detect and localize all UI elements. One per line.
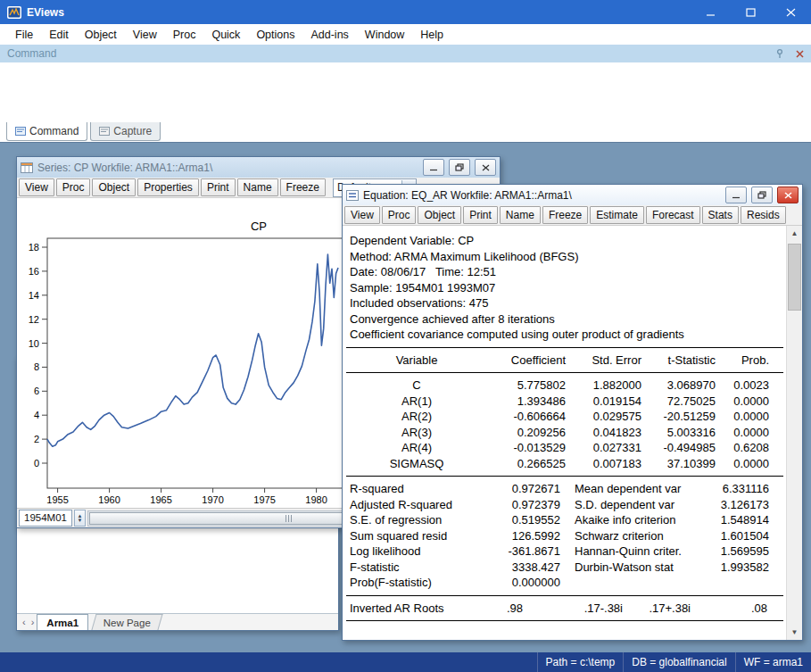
toolbar-button[interactable]: Freeze [280,178,326,196]
table-cell: AR(1) [350,394,484,410]
table-cell: Durbin-Watson stat [560,560,710,576]
toolbar-button[interactable]: Proc [56,178,91,196]
equation-title-bar[interactable]: Equation: EQ_AR Workfile: ARMA1::Arma1\ [343,185,802,205]
menu-item[interactable]: Help [412,26,451,44]
equation-vscrollbar[interactable]: ▲ ▼ [786,226,802,640]
table-row: Log likelihood-361.8671Hannan-Quinn crit… [343,543,787,560]
minimize-button[interactable] [691,0,731,24]
table-cell: 0.027331 [566,440,641,456]
svg-text:14: 14 [29,290,39,301]
table-cell: 72.75025 [641,394,716,410]
toolbar-button[interactable]: Resids [741,206,786,224]
equation-restore-button[interactable] [751,187,773,203]
table-cell: R-squared [350,481,482,497]
pan-start-observation[interactable]: 1954M01 [19,510,72,527]
output-line: Convergence achieved after 8 iterations [343,311,787,328]
toolbar-button[interactable]: Print [463,206,498,224]
menu-item[interactable]: View [125,26,165,44]
menu-item[interactable]: Object [77,26,125,44]
table-cell: 0.029575 [566,409,641,425]
equation-close-button[interactable] [777,187,799,203]
table-cell: AR(3) [350,425,484,441]
status-segment: WF = arma1 [735,652,811,672]
table-cell: -361.8671 [482,543,560,560]
svg-text:4: 4 [34,410,39,420]
scroll-down-icon[interactable]: ▼ [787,625,802,640]
menu-item[interactable]: Edit [41,26,77,44]
menu-item[interactable]: Add-ins [302,26,356,44]
svg-text:10: 10 [29,338,39,349]
table-cell: 0.209256 [484,425,566,441]
svg-text:1965: 1965 [150,494,171,505]
equation-icon [346,190,359,201]
maximize-button[interactable] [731,0,771,24]
tab-capture[interactable]: Capture [90,122,161,141]
observation-spinner[interactable]: ▲▼ [74,510,86,527]
toolbar-button[interactable]: Print [201,178,236,196]
pin-icon[interactable] [772,46,788,61]
toolbar-button[interactable]: Estimate [590,206,644,224]
command-close-icon[interactable] [791,46,807,61]
command-pane-header[interactable]: Command [0,45,811,62]
toolbar-button[interactable]: Freeze [542,206,588,224]
table-cell: -20.51259 [641,409,716,425]
table-cell: 1.569595 [710,543,769,560]
toolbar-button[interactable]: Proc [382,206,417,224]
rule [346,347,783,348]
app-title: EViews [27,6,64,19]
output-line: Sample: 1954M01 1993M07 [343,280,787,296]
status-segment: DB = globalfinancial [623,652,734,672]
rule [346,476,783,477]
tab-command-label: Command [29,125,79,137]
col-header: Std. Error [566,353,641,369]
page-scroll-right-icon[interactable]: › [29,617,37,627]
table-row: C5.7758021.8820003.0689700.0023 [343,377,787,394]
table-cell: Log likelihood [350,543,482,560]
eviews-app: { "app": { "title": "EViews", "menu": ["… [0,0,811,672]
svg-text:12: 12 [29,314,39,325]
workfile-page-tab-arma1[interactable]: Arma1 [37,614,88,630]
toolbar-button[interactable]: Object [418,206,461,224]
close-button[interactable] [771,0,811,24]
toolbar-button[interactable]: Properties [137,178,199,196]
table-cell: 0.266525 [484,456,566,472]
command-input[interactable] [0,62,811,122]
toolbar-button[interactable]: Name [237,178,278,196]
svg-text:1970: 1970 [202,494,223,505]
scroll-up-icon[interactable]: ▲ [787,226,802,241]
toolbar-button[interactable]: Forecast [646,206,700,224]
root-value: .17-.38i [523,601,623,617]
toolbar-button[interactable]: View [19,178,54,196]
series-minimize-button[interactable] [423,159,444,176]
rule [346,620,783,621]
command-tab-strip: Command Capture [0,122,811,142]
menu-item[interactable]: Options [248,26,302,44]
series-icon [21,162,33,173]
menu-item[interactable]: Quick [203,26,248,44]
menu-item[interactable]: File [7,26,41,44]
toolbar-button[interactable]: Stats [702,206,739,224]
table-cell: 1.548914 [710,512,769,528]
workfile-page-tab-newpage[interactable]: New Page [92,614,163,630]
page-scroll-left-icon[interactable]: ‹ [20,617,29,627]
table-row: R-squared0.972671Mean dependent var6.331… [343,481,787,497]
equation-minimize-button[interactable] [725,187,747,203]
menu-item[interactable]: Window [357,26,412,44]
tab-command[interactable]: Command [6,122,87,141]
toolbar-button[interactable]: Object [92,178,136,196]
status-segment: Path = c:\temp [537,652,624,672]
scrollbar-thumb[interactable] [788,244,801,311]
workfile-page-strip: ‹ › Arma1 New Page [17,613,338,630]
series-restore-button[interactable] [449,159,470,176]
toolbar-button[interactable]: View [344,206,380,224]
equation-window[interactable]: Equation: EQ_AR Workfile: ARMA1::Arma1\ … [342,184,803,641]
menu-item[interactable]: Proc [165,26,204,44]
table-cell: 0.6208 [716,440,769,456]
series-close-button[interactable] [475,159,496,176]
table-row: Prob(F-statistic)0.000000 [343,575,787,591]
table-cell: 5.775802 [484,377,566,394]
series-title-bar[interactable]: Series: CP Workfile: ARMA1::Arma1\ [17,157,500,178]
toolbar-button[interactable]: Name [500,206,541,224]
table-cell: 0.519552 [482,512,560,528]
table-row: F-statistic3338.427Durbin-Watson stat1.9… [343,560,787,576]
